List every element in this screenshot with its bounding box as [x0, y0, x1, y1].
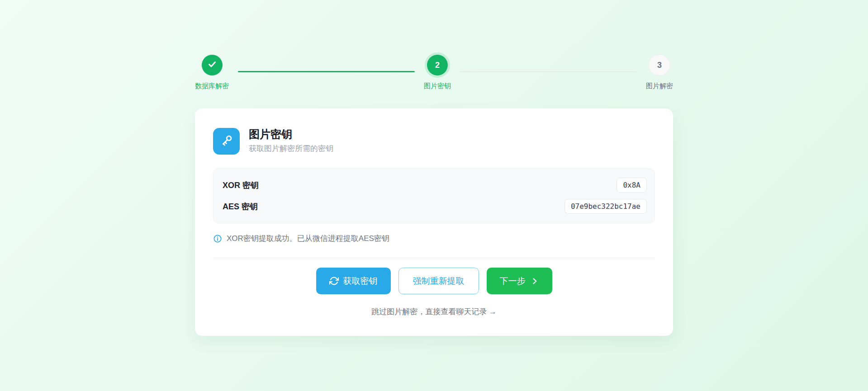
refresh-icon [329, 276, 339, 286]
key-icon-badge [213, 128, 240, 155]
xor-key-value: 0x8A [617, 178, 647, 193]
xor-key-row: XOR 密钥 0x8A [223, 174, 647, 196]
aes-key-label: AES 密钥 [223, 201, 258, 212]
aes-key-row: AES 密钥 07e9bec322bc17ae [223, 196, 647, 217]
step1-label: 数据库解密 [195, 82, 229, 90]
step-image-decrypt: 3 图片解密 [646, 55, 673, 90]
xor-key-label: XOR 密钥 [223, 180, 259, 191]
card-heading-text: 图片密钥 获取图片解密所需的密钥 [249, 128, 333, 154]
step3-label: 图片解密 [646, 82, 673, 90]
fetch-key-label: 获取密钥 [343, 275, 378, 287]
page-content: 数据库解密 2 图片密钥 3 图片解密 [195, 0, 673, 336]
chevron-right-icon [530, 277, 539, 286]
key-icon [219, 133, 234, 150]
step3-pending-circle: 3 [649, 55, 670, 75]
aes-key-value: 07e9bec322bc17ae [564, 199, 647, 214]
divider [213, 258, 655, 258]
step1-complete-circle [202, 55, 223, 75]
status-message: XOR密钥提取成功。已从微信进程提取AES密钥 [227, 233, 389, 244]
step-image-key: 2 图片密钥 [424, 55, 451, 90]
next-step-label: 下一步 [500, 275, 526, 287]
stepper-connector-done [238, 71, 415, 72]
step2-label: 图片密钥 [424, 82, 451, 90]
step2-active-circle: 2 [427, 55, 448, 75]
card-subtitle: 获取图片解密所需的密钥 [249, 143, 333, 154]
status-message-row: XOR密钥提取成功。已从微信进程提取AES密钥 [213, 233, 655, 244]
force-reextract-button[interactable]: 强制重新提取 [398, 268, 479, 294]
key-values-panel: XOR 密钥 0x8A AES 密钥 07e9bec322bc17ae [213, 168, 655, 223]
card-header: 图片密钥 获取图片解密所需的密钥 [213, 128, 655, 155]
skip-image-decrypt-link[interactable]: 跳过图片解密，直接查看聊天记录 → [371, 307, 497, 316]
action-buttons-row: 获取密钥 强制重新提取 下一步 [213, 268, 655, 294]
card-title: 图片密钥 [249, 128, 333, 141]
image-key-card: 图片密钥 获取图片解密所需的密钥 XOR 密钥 0x8A AES 密钥 07e9… [195, 108, 673, 336]
force-reextract-label: 强制重新提取 [413, 275, 465, 287]
fetch-key-button[interactable]: 获取密钥 [316, 268, 391, 294]
check-icon [207, 59, 218, 72]
next-step-button[interactable]: 下一步 [487, 268, 552, 294]
wizard-stepper: 数据库解密 2 图片密钥 3 图片解密 [195, 55, 673, 90]
step-database-decrypt: 数据库解密 [195, 55, 229, 90]
info-icon [213, 234, 222, 243]
skip-row: 跳过图片解密，直接查看聊天记录 → [213, 306, 655, 317]
stepper-connector-pending [460, 71, 637, 72]
